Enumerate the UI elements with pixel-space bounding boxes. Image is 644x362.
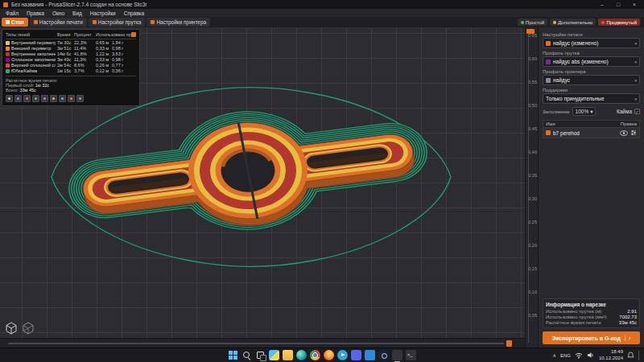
- menu-view[interactable]: Вид: [68, 10, 86, 16]
- menu-help[interactable]: Справка: [120, 10, 149, 16]
- object-list-item[interactable]: b7 perehod: [543, 128, 640, 138]
- printer-label: Профиль принтера: [543, 69, 640, 74]
- right-sidebar: Настройки печати найдус (изменено) ▾ Про…: [538, 27, 644, 348]
- menu-settings[interactable]: Настройки: [86, 10, 120, 16]
- mode-expert-button[interactable]: Продвинутый: [598, 19, 640, 26]
- view-mode-icons: [5, 322, 35, 335]
- retractions-toggle-icon[interactable]: [23, 95, 31, 102]
- wifi-icon[interactable]: [575, 352, 583, 359]
- menu-file[interactable]: Файл: [2, 10, 23, 16]
- start-button[interactable]: [228, 350, 238, 360]
- sliced-info-row: Использовано прутка (мм³) 7002.73: [546, 315, 637, 319]
- legend-row[interactable]: Верхний сплошной слой 2м 54с8,6% 0,26 м0…: [6, 63, 136, 68]
- close-button[interactable]: ×: [628, 2, 641, 7]
- supports-combo[interactable]: Только принудительные ▾: [543, 93, 640, 104]
- horizontal-move-slider[interactable]: [0, 338, 525, 348]
- widgets-icon[interactable]: [269, 350, 279, 360]
- maximize-button[interactable]: □: [612, 2, 625, 7]
- windows-taskbar: ∧ ENG 18:49 10.12.2024: [0, 348, 644, 362]
- layer-slider[interactable]: 0,65 0,60 0,55 0,50 0,45 0,40 0,35 0,30 …: [525, 27, 538, 348]
- move-slider-track[interactable]: [8, 343, 504, 344]
- layer-tick: 0,20: [528, 244, 537, 249]
- mode-simple-button[interactable]: Простой: [518, 19, 547, 26]
- export-options-arrow-icon[interactable]: ›: [625, 335, 630, 341]
- print-profile-icon: [546, 41, 551, 46]
- layer-slider-track[interactable]: [528, 31, 529, 343]
- menu-window[interactable]: Окно: [48, 10, 68, 16]
- terminal-icon[interactable]: [406, 350, 416, 360]
- pause-prints-toggle-icon[interactable]: [68, 95, 75, 102]
- notifications-bell-icon[interactable]: [627, 352, 634, 359]
- taskbar-clock[interactable]: 18:49 10.12.2024: [599, 349, 623, 360]
- steam-icon[interactable]: [378, 350, 389, 360]
- legend-row[interactable]: Сплошное заполнение 3м 49с11,3% 0,33 м0,…: [6, 57, 136, 62]
- prusaslicer-window: { "window": { "title": "Без названия - P…: [0, 0, 644, 362]
- menu-edit[interactable]: Правка: [23, 10, 48, 16]
- legend-panel: Типы линий Время Процент Использовано пр…: [2, 29, 140, 106]
- title-bar: Без названия - PrusaSlicer-2.7.4 создан …: [0, 0, 644, 9]
- feature-color-chip: [6, 47, 10, 51]
- move-slider-handle[interactable]: [506, 340, 512, 347]
- main-area: Типы линий Время Процент Использовано пр…: [0, 27, 644, 348]
- legend-row[interactable]: Внутреннее заполнение 14м 6с41,8% 1,22 м…: [6, 51, 136, 56]
- search-icon[interactable]: [242, 350, 252, 360]
- layer-tick: 0,45: [528, 127, 537, 132]
- wireframe-view-cube-icon[interactable]: [22, 322, 35, 335]
- firefox-browser-icon[interactable]: [324, 350, 334, 360]
- task-view-icon[interactable]: [255, 350, 266, 360]
- chrome-browser-icon[interactable]: [310, 350, 320, 360]
- brim-checkbox[interactable]: ✓: [634, 109, 640, 114]
- mode-switcher: Простой Дополнительно Продвинутый: [518, 19, 642, 26]
- minimize-button[interactable]: –: [596, 2, 609, 7]
- printer-settings-icon: [151, 20, 155, 24]
- filament-profile-combo[interactable]: найдус abs (изменено) ▾: [543, 56, 640, 67]
- edit-settings-icon[interactable]: [630, 130, 637, 136]
- filament-color-swatch: [546, 60, 551, 64]
- gcode-preview-viewport[interactable]: Типы линий Время Процент Использовано пр…: [0, 27, 525, 348]
- discord-icon[interactable]: [351, 350, 361, 360]
- tool-changes-toggle-icon[interactable]: [50, 95, 57, 102]
- language-indicator[interactable]: ENG: [560, 353, 571, 358]
- printer-profile-combo[interactable]: найдус ▾: [543, 75, 640, 85]
- legend-row[interactable]: Внешний периметр 3м 51с11,4% 0,33 м0,98 …: [6, 46, 136, 51]
- print-settings-icon: [34, 20, 38, 24]
- layer-tick: 0,25: [528, 220, 537, 225]
- deretractions-toggle-icon[interactable]: [32, 95, 39, 102]
- sliced-info-title: Информация о нарезке: [546, 302, 637, 307]
- volume-icon[interactable]: [587, 352, 595, 359]
- telegram-icon[interactable]: [337, 350, 348, 360]
- tab-print-settings[interactable]: Настройки печати: [30, 18, 87, 27]
- eye-visibility-icon[interactable]: [620, 130, 628, 136]
- file-explorer-icon[interactable]: [283, 350, 293, 360]
- tab-plater[interactable]: Стол: [2, 18, 28, 27]
- feature-color-chip: [6, 41, 10, 45]
- shells-toggle-icon[interactable]: [76, 95, 84, 102]
- mode-advanced-button[interactable]: Дополнительно: [550, 19, 596, 26]
- legend-row[interactable]: Внутренний периметр 7м 30с22,3% 0,65 м1,…: [6, 40, 136, 45]
- legend-settings-icon[interactable]: [131, 32, 136, 37]
- show-desktop-button[interactable]: [638, 351, 640, 360]
- edge-browser-icon[interactable]: [296, 350, 307, 360]
- infill-combo[interactable]: 100% ▾: [572, 107, 597, 116]
- travels-toggle-icon[interactable]: [6, 95, 13, 102]
- layer-tick: 0,50: [528, 104, 537, 109]
- legend-row[interactable]: Юбка/Кайма 1м 15с3,7% 0,12 м0,36 г: [6, 68, 136, 73]
- layer-tick: 0,55: [528, 80, 537, 85]
- feature-color-chip: [6, 52, 10, 56]
- seams-toggle-icon[interactable]: [41, 95, 48, 102]
- color-changes-toggle-icon[interactable]: [59, 95, 66, 102]
- vscode-icon[interactable]: [365, 350, 375, 360]
- print-profile-combo[interactable]: найдус (изменено) ▾: [543, 38, 640, 48]
- solid-view-cube-icon[interactable]: [5, 322, 18, 335]
- export-gcode-button[interactable]: Экспортировать в G-код ›: [543, 331, 640, 344]
- simple-mode-dot-icon: [521, 21, 524, 24]
- layer-tick: 0,35: [528, 174, 537, 179]
- object-list-header: Имя Правка: [543, 120, 640, 128]
- tab-filament-settings[interactable]: Настройки прутка: [89, 18, 146, 27]
- layer-tick: 0,40: [528, 150, 537, 155]
- tab-printer-settings[interactable]: Настройки принтера: [147, 18, 210, 27]
- tray-chevron-icon[interactable]: ∧: [553, 352, 556, 358]
- wipe-toggle-icon[interactable]: [14, 95, 22, 102]
- prusaslicer-taskbar-icon[interactable]: [392, 350, 402, 360]
- feature-color-chip: [6, 64, 10, 68]
